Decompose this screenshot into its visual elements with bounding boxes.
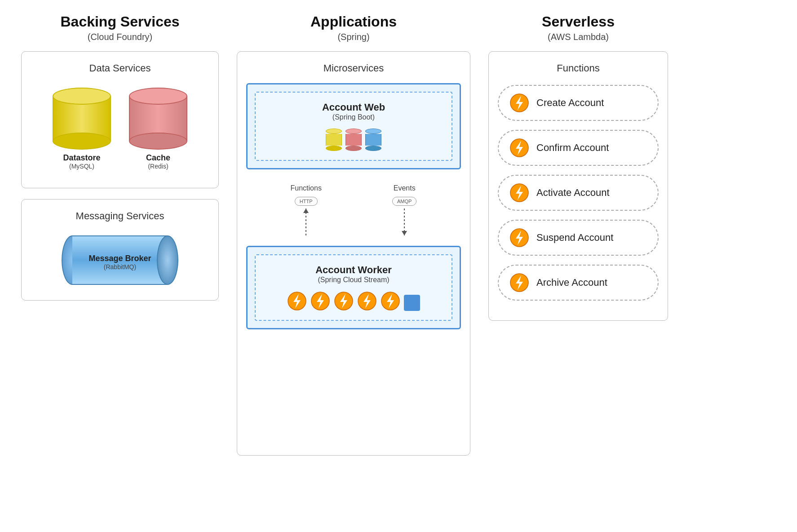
account-web-box: Account Web (Spring Boot): [246, 83, 461, 169]
broker-label: Message Broker: [89, 254, 151, 263]
activate-account-icon: [509, 183, 529, 203]
serverless-column: Serverless (AWS Lambda) Functions Create…: [479, 13, 677, 321]
messaging-services-box: Messaging Services Message Broker (Rabbi…: [21, 199, 219, 301]
worker-lambda-5: [381, 291, 400, 311]
microservices-outer-box: Microservices Account Web (Spring Boot): [237, 51, 470, 456]
worker-lambda-3: [334, 291, 354, 311]
create-account-icon: [509, 93, 529, 113]
account-worker-sub: (Spring Cloud Stream): [265, 276, 443, 284]
create-account-label: Create Account: [536, 97, 604, 109]
applications-column: Applications (Spring) Microservices Acco…: [228, 13, 479, 456]
function-item-activate: Activate Account: [498, 175, 659, 211]
cache-label: Cache: [146, 153, 170, 163]
function-item-create: Create Account: [498, 85, 659, 121]
cache-body: [129, 88, 187, 150]
broker-body: Message Broker (RabbitMQ): [72, 235, 168, 285]
serverless-header: Serverless (AWS Lambda): [488, 13, 668, 42]
events-connection: Events AMQP: [392, 184, 416, 235]
account-web-sub: (Spring Boot): [265, 113, 443, 121]
account-web-icons: [265, 129, 443, 151]
suspend-account-icon: [509, 228, 529, 248]
mini-cache-bottom: [345, 146, 362, 151]
confirm-account-icon: [509, 138, 529, 158]
cache-cylinder: Cache (Redis): [129, 88, 187, 170]
account-worker-inner: Account Worker (Spring Cloud Stream): [255, 254, 452, 321]
worker-lambda-2: [310, 291, 330, 311]
cache-bottom: [129, 133, 187, 150]
mini-broker-body: [365, 134, 381, 146]
mini-datastore-bottom: [326, 146, 342, 151]
account-worker-box: Account Worker (Spring Cloud Stream): [246, 246, 461, 329]
activate-account-label: Activate Account: [536, 187, 610, 199]
backing-subtitle: (Cloud Foundry): [21, 32, 219, 42]
datastore-top: [53, 88, 111, 105]
function-item-suspend: Suspend Account: [498, 220, 659, 256]
broker-sublabel: (RabbitMQ): [104, 263, 136, 270]
suspend-account-label: Suspend Account: [536, 232, 613, 244]
datastores-row: Datastore (MySQL) Cache (Redis): [31, 88, 209, 170]
datastore-bottom: [53, 133, 111, 150]
worker-lambda-1: [287, 291, 307, 311]
datastore-sublabel: (MySQL): [69, 163, 94, 170]
mini-datastore: [326, 129, 342, 151]
broker-cap-right: [157, 235, 178, 285]
archive-account-label: Archive Account: [536, 277, 607, 288]
applications-title: Applications: [237, 13, 470, 30]
message-broker-cylinder: Message Broker (RabbitMQ): [62, 235, 178, 285]
serverless-subtitle: (AWS Lambda): [488, 32, 668, 42]
backing-services-column: Backing Services (Cloud Foundry) Data Se…: [12, 13, 228, 311]
mini-cache-top: [345, 129, 362, 134]
functions-outer-box: Functions Create Account Confirm Account: [488, 51, 668, 321]
backing-header: Backing Services (Cloud Foundry): [21, 13, 219, 42]
mini-cache: [345, 129, 362, 151]
amqp-badge: AMQP: [392, 197, 416, 206]
mini-cache-body: [345, 134, 362, 146]
datastore-cylinder: Datastore (MySQL): [53, 88, 111, 170]
mini-datastore-top: [326, 129, 342, 134]
account-worker-name: Account Worker: [265, 264, 443, 276]
functions-connection: Functions HTTP: [291, 184, 322, 235]
data-services-box: Data Services Datastore (MySQL): [21, 51, 219, 188]
cache-top: [129, 88, 187, 105]
functions-label: Functions: [291, 184, 322, 192]
connection-area: Functions HTTP Events AMQP: [246, 174, 461, 246]
mini-broker-top: [365, 129, 381, 134]
account-worker-icons: [265, 291, 443, 311]
datastore-label: Datastore: [63, 153, 100, 163]
backing-title: Backing Services: [21, 13, 219, 30]
account-web-inner: Account Web (Spring Boot): [255, 92, 452, 161]
mini-broker: [365, 129, 381, 151]
function-item-archive: Archive Account: [498, 265, 659, 301]
confirm-account-label: Confirm Account: [536, 142, 609, 154]
worker-blue-box: [404, 295, 420, 311]
events-label: Events: [394, 184, 416, 192]
data-services-title: Data Services: [31, 62, 209, 74]
cache-sublabel: (Redis): [148, 163, 168, 170]
applications-subtitle: (Spring): [237, 32, 470, 42]
archive-account-icon: [509, 273, 529, 293]
mini-datastore-body: [326, 134, 342, 146]
account-web-name: Account Web: [265, 102, 443, 113]
microservices-title: Microservices: [246, 62, 461, 74]
main-layout: Backing Services (Cloud Foundry) Data Se…: [12, 13, 785, 456]
messaging-services-title: Messaging Services: [31, 210, 209, 222]
serverless-title: Serverless: [488, 13, 668, 30]
functions-title: Functions: [498, 62, 659, 74]
worker-lambda-4: [357, 291, 377, 311]
datastore-body: [53, 88, 111, 150]
applications-header: Applications (Spring): [237, 13, 470, 42]
function-item-confirm: Confirm Account: [498, 130, 659, 166]
http-badge: HTTP: [295, 197, 318, 206]
mini-broker-bottom: [365, 146, 381, 151]
